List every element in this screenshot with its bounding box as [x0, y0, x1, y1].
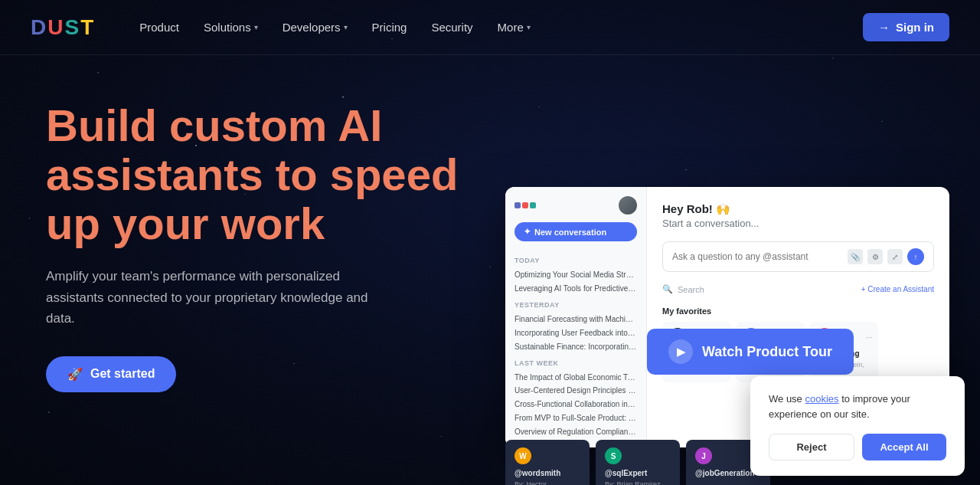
- logo-u: U: [47, 17, 63, 38]
- cookie-text: We use cookies to improve your experienc…: [769, 392, 946, 421]
- bottom-cards-row: W @wordsmith By: Hector Hernand... S @sq…: [505, 440, 770, 485]
- app-greeting: Hey Rob! 🙌: [662, 202, 934, 216]
- play-icon: ▶: [668, 339, 693, 364]
- logo-dot-3: [530, 202, 536, 208]
- sidebar-conv-item[interactable]: Sustainable Finance: Incorporating Envir…: [505, 339, 646, 353]
- attachment-icon[interactable]: 📎: [848, 249, 863, 264]
- nav-more[interactable]: More ▾: [488, 15, 540, 40]
- get-started-button[interactable]: 🚀 Get started: [46, 356, 176, 392]
- sidebar-conv-item[interactable]: Financial Forecasting with Machine Lear.…: [505, 312, 646, 326]
- nav-developers[interactable]: Developers ▾: [273, 15, 357, 40]
- expand-icon[interactable]: ⤢: [887, 249, 903, 264]
- app-user-avatar[interactable]: [619, 196, 637, 215]
- cookie-accept-button[interactable]: Accept All: [862, 434, 946, 460]
- sidebar-conv-item[interactable]: Optimizing Your Social Media Strategy f.…: [505, 267, 646, 281]
- cookie-buttons: Reject Accept All: [769, 434, 946, 460]
- bottom-card-sqlexpert[interactable]: S @sqlExpert By: Brian Ramirez...: [596, 440, 680, 485]
- cookie-banner: We use cookies to improve your experienc…: [750, 376, 965, 476]
- app-search-bar: 📎 ⚙ ⤢ ↑: [662, 241, 934, 272]
- sidebar-today-label: TODAY: [505, 251, 646, 267]
- bottom-card-name-wordsmith: @wordsmith: [514, 469, 580, 477]
- nav-solutions[interactable]: Solutions ▾: [194, 15, 267, 40]
- app-sidebar: ✦ New conversation TODAY Optimizing Your…: [505, 187, 647, 447]
- sidebar-conv-item[interactable]: The Impact of Global Economic Trends o..…: [505, 370, 646, 384]
- navbar: D U S T Product Solutions ▾ Developers ▾…: [0, 0, 980, 55]
- logo-dot-1: [514, 202, 521, 208]
- nav-security[interactable]: Security: [422, 15, 482, 40]
- solutions-chevron-icon: ▾: [254, 23, 258, 31]
- send-button[interactable]: ↑: [907, 248, 924, 265]
- search-icon: 🔍: [662, 284, 673, 294]
- sidebar-conv-item[interactable]: User-Centered Design Principles for Enh.…: [505, 383, 646, 397]
- nav-pricing[interactable]: Pricing: [363, 15, 416, 40]
- sidebar-lastweek-label: LAST WEEK: [505, 353, 646, 370]
- bottom-card-wordsmith[interactable]: W @wordsmith By: Hector Hernand...: [505, 440, 590, 485]
- sidebar-conv-item[interactable]: Leveraging AI Tools for Predictive Consu…: [505, 281, 646, 295]
- logo-d: D: [31, 17, 46, 38]
- logo-s: S: [64, 17, 79, 38]
- nav-product[interactable]: Product: [130, 15, 188, 40]
- sidebar-conv-item[interactable]: From MVP to Full-Scale Product: Scaling.…: [505, 411, 646, 424]
- rocket-icon: 🚀: [67, 367, 83, 382]
- settings-icon[interactable]: ⚙: [867, 249, 883, 264]
- search-label: Search: [678, 285, 704, 294]
- app-subgreeting: Start a conversation...: [662, 218, 934, 229]
- watch-product-tour-button[interactable]: ▶ Watch Product Tour: [647, 329, 854, 375]
- bottom-card-meta-wordsmith: By: Hector Hernand...: [514, 480, 580, 485]
- sidebar-conv-item[interactable]: Incorporating User Feedback into Agile..…: [505, 326, 646, 339]
- assistant-menu-icon[interactable]: ···: [866, 333, 872, 342]
- sidebar-conv-item[interactable]: Cross-Functional Collaboration in Produ.…: [505, 397, 646, 411]
- app-sidebar-header: [505, 196, 646, 222]
- bottom-card-icon-sqlexpert: S: [605, 447, 622, 464]
- more-chevron-icon: ▾: [527, 23, 531, 31]
- sidebar-conv-item[interactable]: Overview of Regulation Compliance Kit: [505, 424, 646, 438]
- nav-links: Product Solutions ▾ Developers ▾ Pricing…: [130, 15, 863, 40]
- app-search-input[interactable]: [672, 251, 841, 262]
- new-conversation-button[interactable]: ✦ New conversation: [514, 222, 637, 241]
- signin-button[interactable]: → Sign in: [863, 13, 949, 41]
- hero-text: Build custom AI assistants to speed up y…: [46, 93, 459, 392]
- watch-tour-container: ▶ Watch Product Tour: [647, 329, 854, 375]
- create-assistant-button[interactable]: + Create an Assistant: [861, 285, 934, 293]
- sidebar-yesterday-label: YESTERDAY: [505, 295, 646, 312]
- cookie-link[interactable]: cookies: [805, 393, 838, 405]
- logo-t: T: [80, 17, 93, 38]
- bottom-card-icon-jobgeneration: J: [695, 447, 712, 464]
- bottom-card-name-sqlexpert: @sqlExpert: [605, 469, 671, 477]
- logo[interactable]: D U S T: [31, 17, 93, 38]
- app-search-icons: 📎 ⚙ ⤢ ↑: [848, 248, 924, 265]
- favorites-label: My favorites: [662, 306, 934, 316]
- bottom-card-meta-sqlexpert: By: Brian Ramirez...: [605, 480, 671, 485]
- logo-dot-2: [522, 202, 528, 208]
- hero-title: Build custom AI assistants to speed up y…: [46, 101, 459, 247]
- cookie-reject-button[interactable]: Reject: [769, 434, 854, 460]
- bottom-card-icon-wordsmith: W: [514, 447, 531, 464]
- developers-chevron-icon: ▾: [344, 23, 348, 31]
- signin-icon: →: [878, 21, 890, 34]
- hero-subtitle: Amplify your team's performance with per…: [46, 266, 390, 329]
- app-logo-mini: [514, 202, 536, 208]
- plus-icon: ✦: [524, 227, 531, 237]
